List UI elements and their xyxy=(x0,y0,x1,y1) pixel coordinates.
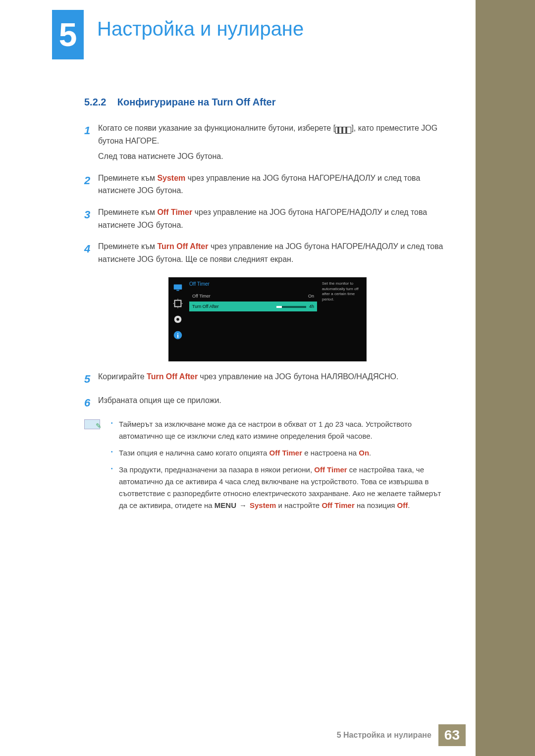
step-text: Преминете към xyxy=(98,208,157,216)
footer-label: 5 Настройка и нулиране xyxy=(337,731,431,740)
step-number: 2 xyxy=(84,172,98,200)
step-number: 4 xyxy=(84,240,98,268)
note-icon xyxy=(84,419,100,429)
osd-slider xyxy=(276,306,306,308)
note-text: на позиция xyxy=(355,501,397,509)
keyword-off-timer: Off Timer xyxy=(269,449,302,457)
osd-value: 4h xyxy=(309,303,314,310)
keyword-off-timer: Off Timer xyxy=(157,208,192,216)
menu-icon: ▌▌▌ xyxy=(335,127,351,134)
step-6: 6 Избраната опция ще се приложи. xyxy=(84,394,451,411)
gear-icon xyxy=(172,314,183,325)
step-1: 1 Когато се появи указание за функционал… xyxy=(84,122,451,166)
osd-help-text: Set the monitor to automatically turn of… xyxy=(319,277,367,361)
svg-rect-2 xyxy=(175,301,181,307)
step-text: Преминете към xyxy=(98,242,157,251)
keyword-off: Off xyxy=(397,501,408,509)
osd-label: Off Timer xyxy=(192,293,211,300)
chapter-badge: 5 xyxy=(52,10,84,59)
step-text: Избраната опция ще се приложи. xyxy=(98,394,451,407)
step-number: 6 xyxy=(84,394,98,411)
keyword-turn-off-after: Turn Off After xyxy=(157,242,208,251)
step-text: Преминете към xyxy=(98,174,157,182)
note-text: Таймерът за изключване може да се настро… xyxy=(119,420,412,440)
footer: 5 Настройка и нулиране 63 xyxy=(337,724,466,746)
monitor-icon xyxy=(172,282,183,293)
step-body: Преминете към System чрез управление на … xyxy=(98,172,451,200)
note-list: Таймерът за изключване може да се настро… xyxy=(107,418,451,516)
section-heading: 5.2.2 Конфигуриране на Turn Off After xyxy=(84,94,451,110)
keyword-system: System xyxy=(250,501,276,509)
keyword-on: On xyxy=(359,449,369,457)
note-text: . xyxy=(408,501,410,509)
osd-panel: i Off Timer Off Timer On Turn Off After … xyxy=(168,277,367,361)
step-number: 5 xyxy=(84,370,98,388)
osd-value: On xyxy=(308,293,314,300)
expand-icon xyxy=(172,298,183,309)
keyword-menu: MENU xyxy=(214,501,236,509)
step-4: 4 Преминете към Turn Off After чрез упра… xyxy=(84,240,451,268)
arrow-icon: → xyxy=(239,500,247,511)
keyword-turn-off-after: Turn Off After xyxy=(147,372,198,381)
note-text: . xyxy=(369,449,371,457)
content-area: 5.2.2 Конфигуриране на Turn Off After 1 … xyxy=(84,94,451,516)
step-2: 2 Преминете към System чрез управление н… xyxy=(84,172,451,200)
note-item: За продукти, предназначени за пазара в н… xyxy=(111,464,451,511)
svg-rect-0 xyxy=(174,285,182,290)
osd-row-off-timer: Off Timer On xyxy=(189,291,317,301)
osd-breadcrumb: Off Timer xyxy=(189,280,317,288)
note-text: е настроена на xyxy=(302,449,359,457)
note-text: Тази опция е налична само когато опцията xyxy=(119,449,269,457)
page-number: 63 xyxy=(438,724,466,746)
step-body: Преминете към Off Timer чрез управление … xyxy=(98,206,451,234)
step-text: След това натиснете JOG бутона. xyxy=(98,150,451,163)
step-number: 3 xyxy=(84,206,98,234)
step-text: Коригирайте xyxy=(98,372,147,381)
osd-main: Off Timer Off Timer On Turn Off After 4h xyxy=(187,277,319,361)
step-3: 3 Преминете към Off Timer чрез управлени… xyxy=(84,206,451,234)
chapter-number: 5 xyxy=(59,18,77,51)
note-text: За продукти, предназначени за пазара в н… xyxy=(119,465,314,474)
osd-sidebar: i xyxy=(168,277,187,361)
info-icon: i xyxy=(172,330,183,341)
step-body: Когато се появи указание за функционални… xyxy=(98,122,451,166)
keyword-off-timer: Off Timer xyxy=(321,501,354,509)
step-text: чрез управление на JOG бутона НАЛЯВО/НАД… xyxy=(198,372,398,381)
osd-label: Turn Off After xyxy=(192,303,219,310)
osd-row-turn-off-after: Turn Off After 4h xyxy=(189,302,317,311)
keyword-off-timer: Off Timer xyxy=(314,465,347,474)
step-body: Коригирайте Turn Off After чрез управлен… xyxy=(98,370,451,388)
side-strip xyxy=(476,0,535,756)
note-item: Таймерът за изключване може да се настро… xyxy=(111,418,451,442)
svg-rect-1 xyxy=(176,290,179,291)
svg-text:i: i xyxy=(177,332,179,339)
svg-point-4 xyxy=(176,318,179,321)
chapter-title: Настройка и нулиране xyxy=(97,18,304,40)
step-body: Преминете към Turn Off After чрез управл… xyxy=(98,240,451,268)
step-body: Избраната опция ще се приложи. xyxy=(98,394,451,411)
step-number: 1 xyxy=(84,122,98,166)
note-item: Тази опция е налична само когато опцията… xyxy=(111,447,451,459)
keyword-system: System xyxy=(157,174,185,182)
step-5: 5 Коригирайте Turn Off After чрез управл… xyxy=(84,370,451,388)
osd-screenshot: i Off Timer Off Timer On Turn Off After … xyxy=(168,277,451,361)
step-text: Когато се появи указание за функционални… xyxy=(98,124,335,132)
note-block: Таймерът за изключване може да се настро… xyxy=(84,418,451,516)
note-text: и настройте xyxy=(276,501,321,509)
section-number: 5.2.2 xyxy=(84,97,106,107)
section-title: Конфигуриране на Turn Off After xyxy=(117,97,276,107)
